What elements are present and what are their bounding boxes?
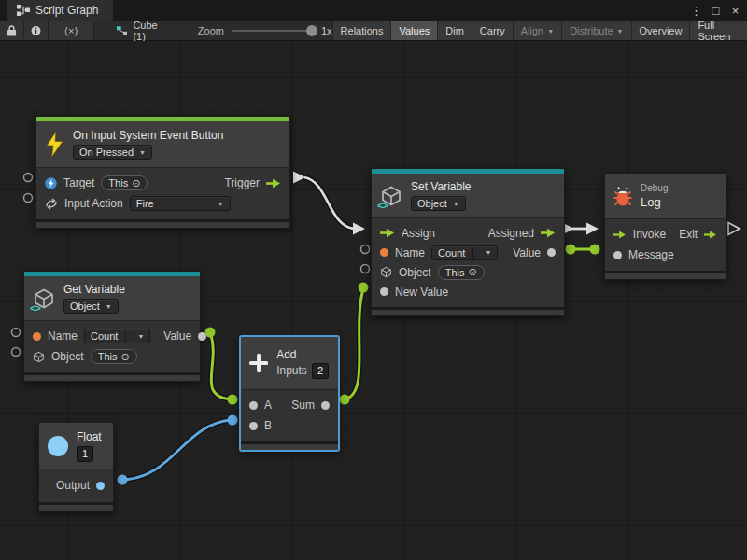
target-object-chip[interactable]: This ⊙	[101, 175, 148, 190]
menu-icon[interactable]: ⋮	[688, 2, 704, 19]
code-view-button[interactable]: ⟨×⟩	[49, 21, 94, 40]
value-output-port[interactable]	[198, 332, 206, 341]
output-port[interactable]	[96, 482, 105, 490]
message-label: Message	[628, 248, 674, 261]
variable-scope-dropdown[interactable]: Object ▼	[63, 299, 119, 314]
message-row: Message	[605, 245, 726, 265]
exit-output-port[interactable]	[704, 230, 717, 240]
event-type-dropdown[interactable]: On Pressed ▼	[73, 145, 152, 160]
maximize-icon[interactable]: □	[708, 2, 724, 19]
assigned-label: Assigned	[488, 227, 534, 240]
assign-input-port[interactable]	[380, 228, 395, 238]
node-footer	[39, 502, 113, 511]
graph-toolbar: ⟨×⟩ Cube (1) Zoom 1x Relations Values Di…	[0, 21, 747, 41]
node-title: Log	[641, 195, 668, 209]
close-icon[interactable]: ×	[727, 2, 743, 19]
node-footer	[605, 271, 726, 279]
chevron-down-icon: ▼	[106, 303, 112, 310]
graph-icon	[17, 5, 30, 16]
node-header: Debug Log	[605, 174, 726, 219]
float-value-field[interactable]: 1	[77, 446, 93, 462]
node-footer	[24, 372, 200, 381]
align-button[interactable]: Align ▼	[513, 21, 561, 40]
object-chip[interactable]: This ⊙	[438, 265, 485, 280]
variable-cube-icon: <>	[380, 185, 402, 207]
a-input-port[interactable]	[249, 401, 258, 410]
node-set-variable[interactable]: <> Set Variable Object ▼ Assign Assigned…	[371, 168, 565, 316]
object-label: Object	[51, 350, 84, 363]
node-body: Name Count ▼ Value Object This ⊙	[24, 321, 200, 372]
b-input-port[interactable]	[249, 422, 258, 430]
name-input-port[interactable]	[380, 248, 388, 257]
name-label: Name	[395, 246, 425, 259]
tab-script-graph[interactable]: Script Graph	[7, 0, 113, 21]
node-debug-log[interactable]: Debug Log Invoke Exit Message	[604, 173, 726, 280]
trigger-output-port[interactable]	[266, 178, 281, 189]
distribute-button[interactable]: Distribute ▼	[561, 21, 630, 40]
node-body: Invoke Exit Message	[605, 219, 726, 271]
zoom-control: Zoom 1x	[198, 21, 332, 40]
cube-icon	[33, 351, 45, 363]
value-label: Value	[513, 246, 541, 259]
carry-button[interactable]: Carry	[472, 21, 513, 40]
invoke-input-port[interactable]	[613, 230, 627, 240]
dim-button[interactable]: Dim	[437, 21, 472, 40]
output-label: Output	[56, 479, 90, 492]
value-output-port[interactable]	[547, 248, 556, 257]
node-add[interactable]: Add Inputs 2 A Sum B	[240, 336, 339, 451]
lock-icon	[7, 24, 17, 37]
variable-scope-dropdown[interactable]: Object ▼	[411, 196, 466, 211]
sum-output-port[interactable]	[321, 401, 330, 410]
variable-name-dropdown[interactable]: Count ▼	[431, 245, 498, 260]
name-input-port[interactable]	[33, 332, 41, 341]
info-icon	[31, 24, 41, 37]
target-picker-icon: ⊙	[132, 177, 140, 189]
node-get-variable[interactable]: <> Get Variable Object ▼ Name Count ▼ Va…	[23, 271, 201, 382]
node-footer	[241, 441, 338, 450]
chevron-down-icon: ▼	[453, 201, 459, 207]
zoom-label: Zoom	[198, 25, 224, 36]
plus-icon	[249, 351, 268, 375]
zoom-slider[interactable]	[232, 30, 314, 32]
a-label: A	[264, 399, 272, 412]
zoom-slider-handle[interactable]	[306, 25, 317, 36]
node-title: Get Variable	[63, 283, 125, 296]
assigned-output-port[interactable]	[541, 228, 556, 238]
node-body: Output	[39, 469, 113, 502]
cube-icon	[380, 266, 392, 278]
node-footer	[372, 307, 564, 315]
lock-button[interactable]	[0, 21, 24, 40]
graph-reference[interactable]: Cube (1)	[107, 21, 173, 40]
node-header: Add Inputs 2	[241, 337, 338, 390]
target-picker-icon: ⊙	[468, 266, 476, 278]
sum-label: Sum	[291, 399, 315, 412]
input-action-label: Input Action	[64, 197, 123, 210]
target-label: Target	[63, 176, 94, 189]
values-button[interactable]: Values	[390, 21, 437, 40]
chevron-down-icon: ▼	[479, 249, 497, 256]
new-value-row: New Value	[372, 282, 564, 301]
title-bar: Script Graph ⋮ □ ×	[0, 0, 747, 21]
variable-name-dropdown[interactable]: Count ▼	[84, 329, 150, 343]
node-on-input-event[interactable]: On Input System Event Button On Pressed …	[35, 116, 290, 229]
inputs-count-field[interactable]: 2	[312, 363, 329, 379]
input-action-dropdown[interactable]: Fire ▼	[130, 196, 231, 211]
object-row: Object This ⊙	[24, 346, 200, 367]
float-icon	[48, 436, 68, 456]
input-b-row: B	[241, 415, 338, 436]
node-header: On Input System Event Button On Pressed …	[36, 121, 289, 168]
full-screen-button[interactable]: Full Screen	[689, 21, 747, 40]
variable-cube-icon: <>	[33, 287, 55, 310]
new-value-label: New Value	[395, 286, 448, 299]
gameobject-bolt-icon	[45, 177, 57, 189]
node-header: Float 1	[39, 423, 113, 469]
object-chip[interactable]: This ⊙	[91, 349, 137, 364]
node-title: Set Variable	[411, 180, 471, 193]
overview-button[interactable]: Overview	[631, 21, 690, 40]
message-input-port[interactable]	[613, 251, 622, 259]
assign-label: Assign	[402, 227, 435, 240]
node-float[interactable]: Float 1 Output	[38, 422, 114, 511]
info-button[interactable]	[24, 21, 49, 40]
new-value-input-port[interactable]	[380, 287, 388, 296]
relations-button[interactable]: Relations	[332, 21, 391, 40]
